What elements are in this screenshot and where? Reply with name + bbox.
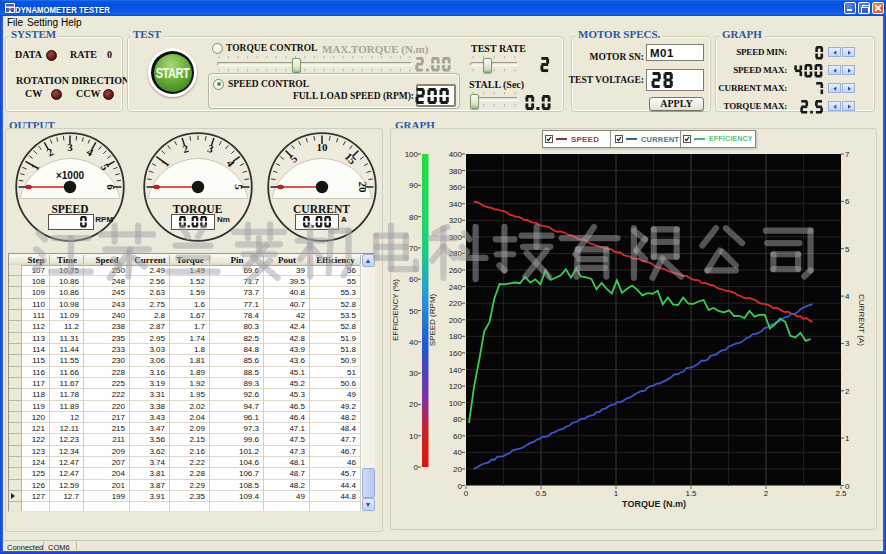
svg-text:20: 20	[356, 182, 368, 194]
svg-text:3: 3	[67, 141, 73, 153]
svg-text:10: 10	[316, 141, 328, 153]
svg-text:×1000: ×1000	[56, 170, 85, 181]
svg-text:6: 6	[105, 184, 117, 190]
svg-text:5: 5	[232, 184, 244, 190]
